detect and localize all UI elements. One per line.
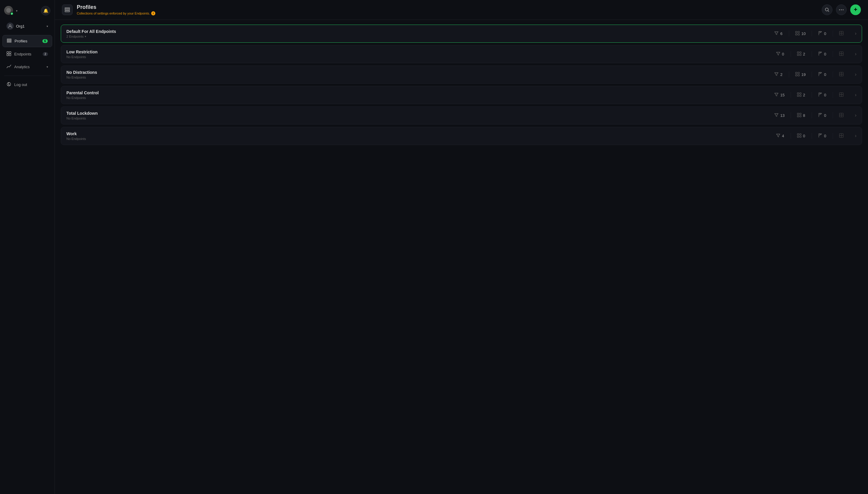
stat-divider-2: [812, 72, 812, 77]
svg-rect-24: [797, 52, 798, 53]
sidebar-item-endpoints[interactable]: Endpoints 2: [2, 48, 52, 60]
page-title: Profiles: [77, 4, 155, 11]
stat-flags: 0: [815, 71, 830, 79]
filter-count: 15: [780, 93, 785, 97]
header-actions: +: [822, 4, 861, 15]
endpoints-icon: [6, 51, 11, 57]
flags-count: 0: [824, 134, 826, 138]
profile-row-no-distractions[interactable]: No Distractions No Endpoints 2: [61, 65, 862, 83]
flags-count: 0: [824, 72, 826, 77]
stat-divider-2: [812, 51, 812, 57]
stat-divider-3: [833, 51, 833, 57]
profile-row-chevron[interactable]: ›: [855, 133, 856, 138]
profile-row-parental-control[interactable]: Parental Control No Endpoints 15: [61, 86, 862, 104]
flag-icon: [818, 92, 823, 98]
svg-rect-45: [797, 113, 798, 114]
grid-flag-icon: [839, 113, 844, 118]
profile-row-chevron[interactable]: ›: [855, 113, 856, 118]
sidebar-item-analytics[interactable]: Analytics ▾: [2, 61, 52, 73]
svg-rect-39: [799, 93, 801, 94]
flag-icon: [818, 113, 823, 118]
profile-row-default[interactable]: Default For All Endpoints 2 Endpoints ▾ …: [61, 25, 862, 43]
svg-rect-54: [797, 136, 798, 137]
filter-icon: [776, 51, 780, 57]
svg-rect-46: [799, 113, 801, 114]
notification-button[interactable]: 🔔: [41, 6, 51, 15]
profiles-nav-badge: 6: [42, 39, 48, 43]
search-button[interactable]: [822, 4, 832, 15]
nav-item-logout-left: Log out: [6, 82, 27, 88]
profile-row-chevron[interactable]: ›: [855, 51, 856, 57]
profile-stats: 2 19: [771, 71, 856, 79]
stat-apps: 2: [794, 50, 809, 58]
add-profile-button[interactable]: +: [850, 4, 861, 15]
apps-icon: [797, 51, 802, 57]
stat-extra: [836, 91, 851, 99]
header-text: Profiles Collections of settings enforce…: [77, 4, 155, 15]
filter-icon: [774, 113, 779, 118]
profile-name: No Distractions: [66, 70, 771, 75]
org-chevron-icon: ▾: [46, 25, 48, 28]
filter-icon: [776, 133, 780, 139]
header-icon-box: [62, 4, 73, 15]
stat-apps: 10: [792, 30, 808, 38]
sidebar: ✓ ▾ 🔔 Org1 ▾: [0, 0, 55, 494]
stat-divider-3: [833, 92, 833, 98]
stat-divider-3: [833, 31, 833, 36]
apps-icon: [797, 113, 802, 118]
svg-rect-48: [799, 115, 801, 117]
stat-divider-1: [791, 92, 791, 98]
profile-row-low-restriction[interactable]: Low Restriction No Endpoints 0: [61, 45, 862, 63]
svg-rect-7: [9, 54, 11, 56]
svg-rect-3: [7, 41, 11, 42]
filter-icon: [774, 72, 779, 77]
profile-row-chevron[interactable]: ›: [855, 92, 856, 98]
svg-rect-32: [798, 72, 799, 74]
profile-name: Total Lockdown: [66, 111, 771, 116]
endpoints-label: No Endpoints: [66, 116, 86, 120]
svg-point-14: [839, 9, 840, 10]
profile-row-chevron[interactable]: ›: [855, 72, 856, 77]
profile-row-total-lockdown[interactable]: Total Lockdown No Endpoints 13: [61, 107, 862, 125]
more-options-button[interactable]: [836, 4, 847, 15]
svg-rect-55: [799, 136, 801, 137]
filter-icon: [774, 92, 779, 98]
endpoints-label: No Endpoints: [66, 76, 86, 79]
logout-button[interactable]: Log out: [2, 79, 52, 91]
grid-flag-icon: [839, 72, 844, 77]
endpoints-label: No Endpoints: [66, 96, 86, 100]
apps-count: 19: [801, 72, 806, 77]
stat-filter: 6: [771, 30, 786, 38]
profile-row-chevron[interactable]: ›: [855, 31, 856, 36]
org-selector[interactable]: Org1 ▾: [2, 20, 52, 32]
svg-rect-41: [799, 95, 801, 96]
nav-item-analytics-left: Analytics: [6, 64, 30, 70]
info-icon[interactable]: i: [151, 11, 155, 15]
svg-rect-1: [7, 39, 11, 40]
stat-divider-2: [812, 92, 812, 98]
apps-icon: [795, 72, 800, 77]
svg-rect-27: [799, 54, 801, 55]
profile-endpoints: No Endpoints: [66, 116, 771, 120]
svg-rect-9: [65, 8, 70, 9]
analytics-chevron-icon: ▾: [46, 65, 48, 69]
profile-info: Work No Endpoints: [66, 131, 773, 140]
sidebar-item-profiles[interactable]: Profiles 6: [2, 35, 52, 47]
org-left: Org1: [6, 22, 25, 30]
profile-stats: 13 8: [771, 112, 856, 119]
apps-icon: [797, 92, 802, 98]
svg-rect-4: [7, 52, 8, 53]
apps-count: 8: [803, 113, 805, 118]
profile-endpoints: No Endpoints: [66, 137, 773, 140]
stat-extra: [836, 30, 851, 38]
logout-icon: [6, 82, 11, 88]
svg-rect-2: [7, 40, 11, 41]
stat-filter: 13: [771, 112, 787, 119]
endpoints-dropdown-chevron[interactable]: ▾: [85, 35, 86, 38]
svg-rect-53: [799, 133, 801, 135]
stat-divider-3: [833, 133, 833, 139]
profile-row-work[interactable]: Work No Endpoints 4: [61, 127, 862, 145]
filter-count: 13: [780, 113, 785, 118]
logo-area[interactable]: ✓ ▾: [4, 6, 18, 15]
apps-count: 10: [801, 32, 806, 36]
